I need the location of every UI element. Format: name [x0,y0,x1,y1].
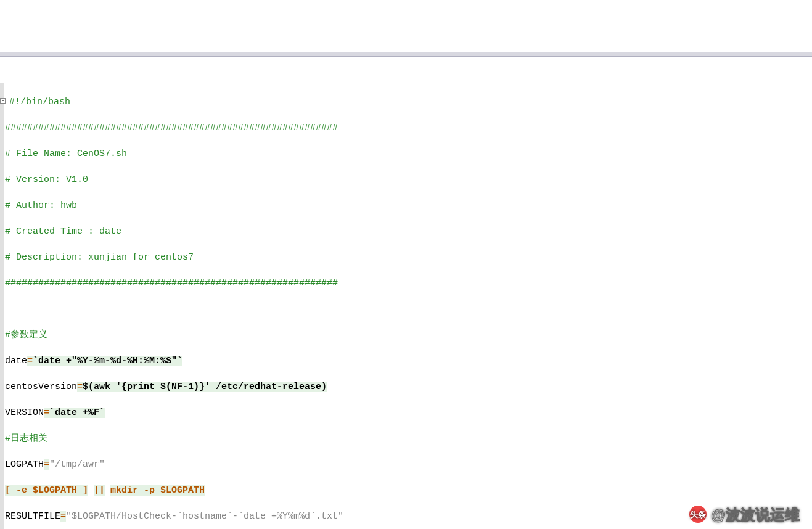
section-comment: #日志相关 [5,433,47,444]
string-literal: `date +"%Y-%m-%d-%H:%M:%S"` [33,356,182,366]
watermark-text: @波波说运维 [712,508,800,521]
fold-icon[interactable] [0,98,6,104]
string-literal: "/tmp/awr" [49,459,105,470]
code-comment: ########################################… [5,123,338,133]
watermark: 头条 @波波说运维 [689,506,800,523]
watermark-badge-icon: 头条 [689,506,707,523]
section-comment: #参数定义 [5,330,47,340]
code-comment: # Created Time : date [5,226,121,237]
assign-op: = [44,408,49,418]
code-comment: # Version: V1.0 [5,174,88,185]
cmd: mkdir -p $LOGPATH [110,485,205,496]
or-op: || [94,485,105,496]
assign-op: = [27,356,33,366]
var-name: date [5,356,27,366]
code-comment: #!/bin/bash [9,97,70,107]
var-name: centosVersion [5,382,77,392]
assign-op: = [77,382,83,392]
var-name: LOGPATH [5,459,44,470]
string-literal: "$LOGPATH/HostCheck-`hostname`-`date +%Y… [66,511,343,522]
assign-op: = [44,459,49,470]
var-name: RESULTFILE [5,511,60,522]
toolbar-placeholder [0,52,812,57]
code-comment: # Author: hwb [5,200,77,211]
string-literal: $(awk '{print $(NF-1)}' /etc/redhat-rele… [83,382,327,392]
code-comment: # Description: xunjian for centos7 [5,252,194,263]
code-comment: # File Name: CenOS7.sh [5,149,127,159]
code-editor[interactable]: #!/bin/bash ############################… [0,83,812,529]
test-expr: [ -e $LOGPATH ] [5,485,88,496]
var-name: VERSION [5,408,44,418]
string-literal: `date +%F` [49,408,105,418]
assign-op: = [60,511,66,522]
code-comment: ########################################… [5,278,338,289]
